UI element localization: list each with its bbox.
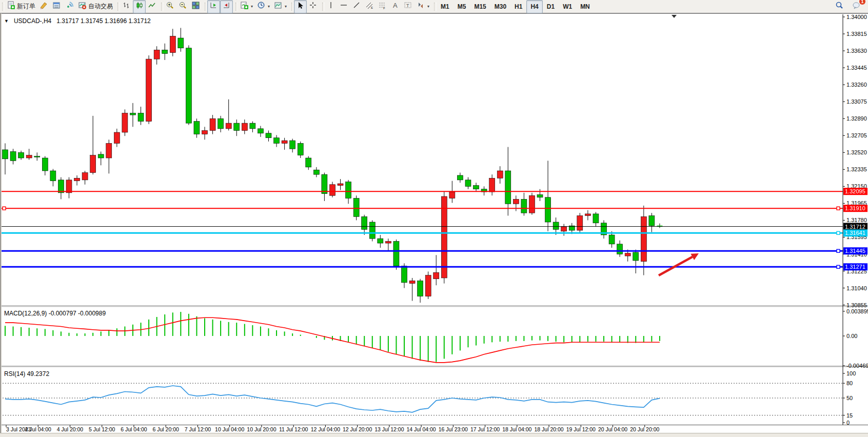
symbol-label: USDCAD-,H4 — [14, 17, 51, 25]
svg-text:1.32095: 1.32095 — [845, 188, 865, 194]
chart-canvas[interactable]: 1.340001.338151.336301.334451.332601.330… — [0, 13, 868, 437]
svg-text:50: 50 — [846, 395, 853, 401]
signal-icon — [65, 1, 74, 12]
tf-w1[interactable]: W1 — [559, 0, 576, 13]
tile-windows-button[interactable] — [189, 0, 202, 13]
svg-text:0: 0 — [846, 420, 850, 426]
svg-text:1.33630: 1.33630 — [846, 48, 867, 54]
collapse-triangle-icon[interactable]: ▼ — [4, 18, 9, 24]
new-order-icon — [7, 1, 15, 12]
svg-text:1.32335: 1.32335 — [846, 166, 867, 172]
text-label-button[interactable]: T — [402, 0, 415, 13]
svg-text:80: 80 — [846, 380, 853, 386]
notifications-button[interactable]: 1 — [850, 0, 863, 13]
svg-text:17 Jul 12:00: 17 Jul 12:00 — [470, 426, 500, 432]
tf-h1[interactable]: H1 — [510, 0, 526, 13]
indicators-button[interactable]: ▾ — [238, 0, 255, 13]
cursor-button[interactable] — [294, 0, 307, 13]
horizontal-line-button[interactable] — [338, 0, 350, 13]
svg-text:1.31712: 1.31712 — [845, 224, 865, 230]
chart-area[interactable]: 1.340001.338151.336301.334451.332601.330… — [0, 13, 868, 437]
autotrading-button[interactable]: 自动交易 — [76, 0, 115, 13]
zoom-in-button[interactable] — [164, 0, 176, 13]
toolbar-group-timeframes: M1M5M15M30H1H4D1W1MN — [433, 1, 596, 13]
line-chart-button[interactable] — [146, 0, 159, 13]
signals-button[interactable] — [63, 0, 76, 13]
toolbar-group-zoom — [160, 1, 204, 13]
svg-text:12 Jul 20:00: 12 Jul 20:00 — [343, 426, 372, 432]
tf-m15[interactable]: M15 — [470, 0, 490, 13]
toolbar-group-scroll — [204, 1, 234, 13]
zoom-out-icon — [179, 1, 187, 12]
svg-text:16 Jul 23:00: 16 Jul 23:00 — [439, 426, 468, 432]
svg-text:11 Jul 12:00: 11 Jul 12:00 — [279, 426, 308, 432]
market-watch-button[interactable] — [50, 0, 63, 13]
line-handle-right[interactable] — [837, 231, 840, 234]
chevron-down-icon: ▾ — [285, 4, 287, 9]
toolbar-group-chart-type — [116, 1, 160, 13]
svg-text:4 Jul 20:00: 4 Jul 20:00 — [57, 426, 84, 432]
vertical-line-button[interactable] — [325, 0, 338, 13]
svg-text:1.31910: 1.31910 — [845, 205, 865, 211]
toolbar-group-insert: ▾▾▾ — [234, 1, 290, 13]
hline-icon — [340, 1, 348, 12]
tf-h4[interactable]: H4 — [526, 0, 542, 13]
new-order-button[interactable]: 新订单 — [5, 0, 37, 13]
line-handle-right[interactable] — [837, 265, 840, 268]
svg-text:-0.004699: -0.004699 — [846, 363, 868, 369]
trendline-button[interactable] — [350, 0, 363, 13]
svg-text:1.33260: 1.33260 — [846, 82, 867, 88]
toolbar-group-pointer — [290, 1, 321, 13]
svg-text:1.31780: 1.31780 — [846, 217, 867, 223]
label-icon: T — [404, 1, 412, 12]
tile-windows-icon — [191, 1, 200, 12]
arrows-button[interactable]: ▾ — [415, 0, 431, 13]
status-bar — [0, 433, 868, 437]
toolbar-group-objects: EFAT▾ — [321, 1, 433, 13]
chart-shift-icon — [222, 1, 231, 12]
crosshair-icon — [309, 1, 318, 12]
line-handle-right[interactable] — [837, 207, 840, 210]
bar-chart-button[interactable] — [120, 0, 133, 13]
autotrading-icon — [78, 1, 87, 12]
svg-text:10 Jul 20:00: 10 Jul 20:00 — [247, 426, 276, 432]
clock-icon — [257, 1, 266, 12]
periods-button[interactable]: ▾ — [255, 0, 272, 13]
tf-mn[interactable]: MN — [576, 0, 594, 13]
notification-badge: 1 — [859, 0, 865, 5]
candlestick-icon — [135, 1, 144, 12]
shapes-icon — [417, 1, 425, 12]
toolbar: 新订单自动交易▾▾▾EFAT▾M1M5M15M30H1H4D1W1MN1 — [0, 0, 868, 13]
search-button[interactable] — [833, 0, 846, 13]
rsi-indicator-label: RSI(14) 49.2372 — [4, 370, 49, 378]
channel-icon: E — [365, 1, 374, 12]
mt4-window: 新订单自动交易▾▾▾EFAT▾M1M5M15M30H1H4D1W1MN1 1.3… — [0, 0, 868, 437]
crosshair-button[interactable] — [307, 0, 320, 13]
svg-text:1.33445: 1.33445 — [846, 65, 867, 71]
chart-shift-button[interactable] — [220, 0, 233, 13]
fibo-icon: F — [378, 1, 387, 12]
line-handle-left[interactable] — [3, 207, 6, 210]
text-button[interactable]: A — [389, 0, 402, 13]
templates-button[interactable]: ▾ — [272, 0, 289, 13]
zoom-out-button[interactable] — [176, 0, 189, 13]
chevron-down-icon: ▾ — [251, 4, 253, 9]
tf-d1[interactable]: D1 — [543, 0, 559, 13]
svg-text:A: A — [393, 2, 398, 9]
candlestick-button[interactable] — [133, 0, 146, 13]
zoom-in-icon — [166, 1, 174, 12]
vline-icon — [327, 1, 336, 12]
svg-text:1.31641: 1.31641 — [845, 230, 865, 236]
crayon-button[interactable] — [37, 0, 50, 13]
svg-text:1.30855: 1.30855 — [846, 302, 867, 308]
autoscroll-button[interactable] — [207, 0, 220, 13]
time-axis[interactable]: 3 Jul 20234 Jul 04:004 Jul 20:005 Jul 12… — [6, 425, 660, 433]
svg-text:20 Jul 20:00: 20 Jul 20:00 — [630, 426, 659, 432]
line-handle-right[interactable] — [837, 249, 840, 252]
tf-m30[interactable]: M30 — [490, 0, 510, 13]
fibonacci-button[interactable]: F — [376, 0, 389, 13]
channel-button[interactable]: E — [363, 0, 376, 13]
tf-m5[interactable]: M5 — [453, 0, 470, 13]
tf-m1[interactable]: M1 — [437, 0, 453, 13]
svg-text:E: E — [371, 6, 373, 9]
